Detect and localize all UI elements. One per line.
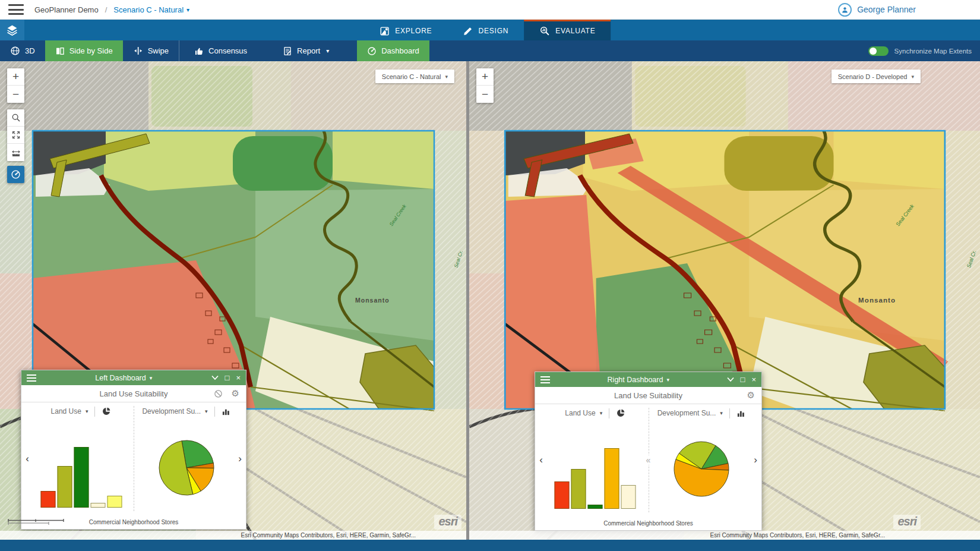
divider <box>214 407 215 417</box>
dashboard-side-button[interactable] <box>7 166 24 183</box>
zoom-out-button[interactable]: − <box>7 86 24 103</box>
globe-icon <box>10 46 20 56</box>
carousel-prev-button[interactable]: ‹ <box>535 404 547 516</box>
gear-icon[interactable]: ⚙ <box>232 388 239 399</box>
3d-label: 3D <box>25 46 35 55</box>
bar-chart-icon[interactable] <box>222 407 230 416</box>
consensus-button[interactable]: Consensus <box>184 40 257 61</box>
right-bar-chart <box>547 422 644 516</box>
right-map[interactable]: MonsantoSeal CreekSeal Cr. + − Scenario … <box>469 61 980 540</box>
hamburger-menu-icon[interactable] <box>8 4 24 15</box>
tab-explore-label: EXPLORE <box>395 27 432 35</box>
widget-title: Land Use Suitability <box>21 389 246 398</box>
bar <box>90 503 105 508</box>
tab-design[interactable]: DESIGN <box>447 20 524 40</box>
left-dashboard-header[interactable]: Left Dashboard ▾ □ × <box>21 370 246 385</box>
dashboard-menu-icon[interactable] <box>27 374 36 382</box>
3d-button[interactable]: 3D <box>0 40 45 61</box>
bar-chart-icon[interactable] <box>736 409 745 418</box>
collapse-button[interactable] <box>727 377 734 382</box>
bar <box>588 505 603 509</box>
divider <box>609 408 609 418</box>
measure-button[interactable] <box>7 144 24 161</box>
carousel-prev-button[interactable]: ‹ <box>21 402 33 515</box>
close-button[interactable]: × <box>236 374 241 382</box>
tab-design-label: DESIGN <box>478 27 508 35</box>
search-button[interactable] <box>7 109 24 127</box>
search-icon <box>11 113 21 122</box>
synchronize-toggle[interactable] <box>868 46 889 56</box>
collapse-button[interactable] <box>211 375 219 380</box>
breadcrumb-scenario-dropdown[interactable]: Scenario C - Natural ▾ <box>113 5 189 14</box>
land-use-chart-cell: Land Use ▾ <box>547 404 644 516</box>
side-by-side-button[interactable]: Side by Side <box>45 40 123 61</box>
zoom-out-button[interactable]: − <box>476 86 494 103</box>
layers-icon <box>7 24 18 36</box>
pie-chart-icon[interactable] <box>616 408 625 418</box>
tab-explore[interactable]: EXPLORE <box>364 20 447 40</box>
development-selector[interactable]: Development Su... ▾ <box>138 402 234 420</box>
maximize-button[interactable]: □ <box>741 376 745 383</box>
map-comparison-area: MonsantoSeal CreekSeal Cr. + − <box>0 61 980 540</box>
breadcrumb-separator: / <box>105 5 108 14</box>
divider <box>729 408 730 418</box>
app-title: GeoPlanner Demo <box>34 5 99 14</box>
default-extent-button[interactable] <box>7 127 24 144</box>
chevron-down-icon: ▾ <box>186 7 189 13</box>
visibility-off-icon[interactable] <box>214 389 223 398</box>
bar <box>40 491 55 508</box>
left-dashboard-charts: ‹ Land Use ▾ Development Su... <box>21 402 246 515</box>
close-button[interactable]: × <box>751 376 756 383</box>
left-scenario-label: Scenario C - Natural <box>382 73 441 80</box>
chevron-down-icon <box>727 377 734 382</box>
scale-bar <box>7 517 67 527</box>
right-dashboard-title-dropdown[interactable]: Right Dashboard ▾ <box>550 376 727 384</box>
report-button[interactable]: Report ▾ <box>273 40 339 61</box>
right-scenario-selector[interactable]: Scenario D - Developed ▾ <box>832 70 921 83</box>
right-pie-chart <box>653 422 750 516</box>
main-nav-bar: EXPLORE DESIGN EVALUATE <box>0 20 980 40</box>
dashboard-gauge-icon <box>367 46 377 56</box>
chevron-down-icon: ▾ <box>666 377 669 383</box>
layers-button[interactable] <box>0 20 24 40</box>
person-icon <box>841 6 849 14</box>
right-dashboard-charts: ‹ Land Use ▾ « <box>535 404 761 516</box>
maximize-button[interactable]: □ <box>225 374 230 382</box>
left-map[interactable]: MonsantoSeal CreekSeal Cr. + − <box>0 61 466 540</box>
side-by-side-label: Side by Side <box>69 46 113 55</box>
land-use-selector[interactable]: Land Use ▾ <box>33 402 129 420</box>
expand-arrows-icon <box>11 130 21 140</box>
dashboard-label: Dashboard <box>381 46 419 55</box>
tab-evaluate[interactable]: EVALUATE <box>524 20 611 40</box>
left-dashboard-title-dropdown[interactable]: Left Dashboard ▾ <box>36 374 211 382</box>
collapse-charts-button[interactable]: « <box>646 455 651 465</box>
bottom-bar <box>0 540 980 551</box>
left-dashboard-title: Left Dashboard <box>95 374 146 382</box>
zoom-in-button[interactable]: + <box>476 68 494 86</box>
toggle-knob <box>870 48 877 55</box>
dashboard-button[interactable]: Dashboard <box>357 40 429 61</box>
development-selector[interactable]: Development Su... ▾ <box>653 404 750 422</box>
app-window: GeoPlanner Demo / Scenario C - Natural ▾… <box>0 0 980 551</box>
left-scenario-selector[interactable]: Scenario C - Natural ▾ <box>375 70 454 83</box>
right-zoom-controls: + − <box>476 68 494 103</box>
land-use-selector[interactable]: Land Use ▾ <box>547 404 644 422</box>
svg-text:Monsanto: Monsanto <box>858 297 896 303</box>
carousel-next-button[interactable]: › <box>234 402 246 515</box>
swipe-icon <box>133 46 143 56</box>
carousel-next-button[interactable]: › <box>750 404 761 516</box>
divider <box>94 407 95 417</box>
zoom-in-button[interactable]: + <box>7 68 24 86</box>
consensus-label: Consensus <box>208 46 247 55</box>
consensus-hand-icon <box>194 46 204 56</box>
svg-text:Monsanto: Monsanto <box>355 297 390 304</box>
swipe-button[interactable]: Swipe <box>123 40 179 61</box>
esri-logo: esri <box>434 515 461 530</box>
pie-chart-icon[interactable] <box>102 407 111 416</box>
synchronize-label: Synchronize Map Extents <box>894 48 972 55</box>
dashboard-menu-icon[interactable] <box>540 376 550 383</box>
gear-icon[interactable]: ⚙ <box>747 390 755 401</box>
user-menu[interactable]: George Planner <box>838 3 916 17</box>
mode-tabs: EXPLORE DESIGN EVALUATE <box>364 20 611 40</box>
right-dashboard-header[interactable]: Right Dashboard ▾ □ × <box>535 372 761 387</box>
